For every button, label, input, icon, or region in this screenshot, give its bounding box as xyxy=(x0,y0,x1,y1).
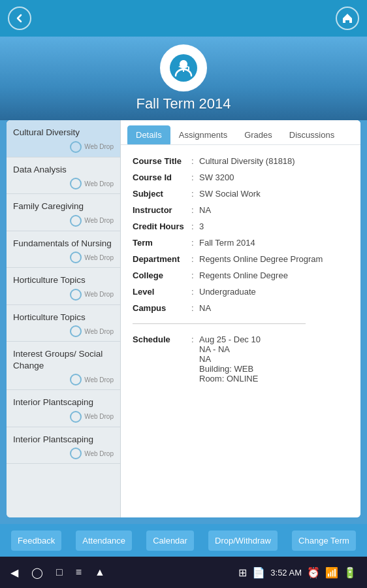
detail-label-9: Campus xyxy=(130,300,189,316)
detail-row-1: Course Id : SW 3200 xyxy=(130,169,351,186)
nav-controls: ◀ ◯ □ ≡ ▲ xyxy=(10,566,105,579)
detail-label-7: College xyxy=(130,267,189,284)
web-drop-label-0: Web Drop xyxy=(84,143,114,150)
sidebar-item-name-2: Family Caregiving xyxy=(13,201,114,212)
detail-row-0: Course Title : Cultural Diversity (81818… xyxy=(130,153,351,169)
detail-value-5: Fall Term 2014 xyxy=(197,235,351,251)
circle-icon-7 xyxy=(70,411,82,423)
detail-content: Course Title : Cultural Diversity (81818… xyxy=(121,145,360,517)
detail-row-3: Instructor : NA xyxy=(130,202,351,218)
menu-nav-icon[interactable]: ≡ xyxy=(76,566,82,578)
sidebar-item-5[interactable]: Horticulture Topics Web Drop xyxy=(7,305,120,342)
circle-icon-6 xyxy=(70,374,82,385)
detail-sep-0: : xyxy=(189,153,197,169)
web-drop-label-2: Web Drop xyxy=(84,217,114,224)
expand-nav-icon[interactable]: ▲ xyxy=(95,566,105,578)
sidebar-item-name-7: Interior Plantscaping xyxy=(13,397,114,408)
tab-details[interactable]: Details xyxy=(127,125,170,144)
sidebar-item-sub-6: Web Drop xyxy=(13,374,114,385)
detail-value-1: SW 3200 xyxy=(197,169,351,186)
bottom-btn-calendar[interactable]: Calendar xyxy=(146,531,194,551)
circle-icon-1 xyxy=(70,178,82,189)
bottom-btn-attendance[interactable]: Attendance xyxy=(76,531,132,551)
bottom-btn-feedback[interactable]: Feedback xyxy=(11,531,61,551)
sidebar-item-sub-2: Web Drop xyxy=(13,215,114,227)
detail-sep-4: : xyxy=(189,218,197,235)
web-drop-label-7: Web Drop xyxy=(84,413,114,420)
detail-label-2: Subject xyxy=(130,186,189,202)
detail-label-3: Instructor xyxy=(130,202,189,218)
back-nav-icon[interactable]: ◀ xyxy=(10,566,18,579)
sidebar-item-name-0: Cultural Diversity xyxy=(13,127,114,139)
bottom-btn-drop-withdraw[interactable]: Drop/Withdraw xyxy=(208,531,278,551)
bottom-action-bar: FeedbackAttendanceCalendarDrop/WithdrawC… xyxy=(0,524,367,557)
bottom-btn-change-term[interactable]: Change Term xyxy=(292,531,356,551)
sidebar-item-6[interactable]: Interest Groups/ Social Change Web Drop xyxy=(7,342,120,390)
sidebar-item-1[interactable]: Data Analysis Web Drop xyxy=(7,157,120,195)
tab-discussions[interactable]: Discussions xyxy=(281,125,343,144)
detail-label-10: Schedule xyxy=(130,331,189,387)
detail-sep-9: : xyxy=(189,300,197,316)
web-drop-label-6: Web Drop xyxy=(84,376,114,384)
detail-row-6: Department : Regents Online Degree Progr… xyxy=(130,251,351,267)
sidebar-item-3[interactable]: Fundamentals of Nursing Web Drop xyxy=(7,231,120,269)
sidebar-item-sub-5: Web Drop xyxy=(13,325,114,337)
detail-label-8: Level xyxy=(130,284,189,300)
web-drop-label-1: Web Drop xyxy=(84,180,114,188)
detail-row-4: Credit Hours : 3 xyxy=(130,218,351,235)
web-drop-label-3: Web Drop xyxy=(84,254,114,261)
sidebar-item-sub-3: Web Drop xyxy=(13,252,114,263)
detail-sep-5: : xyxy=(189,235,197,251)
sidebar-item-sub-1: Web Drop xyxy=(13,178,114,189)
detail-label-4: Credit Hours xyxy=(130,218,189,235)
detail-value-7: Regents Online Degree xyxy=(197,267,351,284)
circle-icon-3 xyxy=(70,252,82,263)
web-drop-label-8: Web Drop xyxy=(84,450,114,457)
sidebar-item-8[interactable]: Interior Plantscaping Web Drop xyxy=(7,427,120,465)
course-sidebar: Cultural Diversity Web Drop Data Analysi… xyxy=(7,120,121,517)
sidebar-item-2[interactable]: Family Caregiving Web Drop xyxy=(7,194,120,231)
detail-sep-6: : xyxy=(189,251,197,267)
back-button[interactable] xyxy=(8,7,31,30)
wifi-icon: 📶 xyxy=(325,566,338,579)
detail-panel: DetailsAssignmentsGradesDiscussions Cour… xyxy=(121,120,360,517)
detail-value-8: Undergraduate xyxy=(197,284,351,300)
avatar xyxy=(160,44,207,91)
sidebar-item-4[interactable]: Horticulture Topics Web Drop xyxy=(7,268,120,305)
hero-section: Fall Term 2014 xyxy=(0,37,367,120)
sidebar-item-name-3: Fundamentals of Nursing xyxy=(13,238,114,250)
sidebar-item-7[interactable]: Interior Plantscaping Web Drop xyxy=(7,390,120,427)
sidebar-item-0[interactable]: Cultural Diversity Web Drop xyxy=(7,120,120,157)
detail-row-9: Campus : NA xyxy=(130,300,351,316)
recent-nav-icon[interactable]: □ xyxy=(56,566,63,578)
home-nav-icon[interactable]: ◯ xyxy=(31,566,43,579)
alarm-icon: ⏰ xyxy=(307,566,320,579)
page-title: Fall Term 2014 xyxy=(136,95,231,112)
detail-sep-1: : xyxy=(189,169,197,186)
main-content: Cultural Diversity Web Drop Data Analysi… xyxy=(7,120,360,517)
top-bar xyxy=(0,0,367,37)
detail-row-5: Term : Fall Term 2014 xyxy=(130,235,351,251)
detail-label-1: Course Id xyxy=(130,169,189,186)
detail-value-3: NA xyxy=(197,202,351,218)
tab-assignments[interactable]: Assignments xyxy=(170,125,236,144)
sidebar-item-name-6: Interest Groups/ Social Change xyxy=(13,348,114,371)
detail-table: Course Title : Cultural Diversity (81818… xyxy=(130,153,351,387)
file-icon: 📄 xyxy=(252,566,265,579)
sidebar-item-name-5: Horticulture Topics xyxy=(13,312,114,323)
home-button[interactable] xyxy=(336,7,359,30)
detail-label-0: Course Title xyxy=(130,153,189,169)
status-icons: ⊞ 📄 3:52 AM ⏰ 📶 🔋 xyxy=(238,566,357,579)
web-drop-label-4: Web Drop xyxy=(84,291,114,298)
detail-sep-10: : xyxy=(189,331,197,387)
detail-row-2: Subject : SW Social Work xyxy=(130,186,351,202)
detail-sep-2: : xyxy=(189,186,197,202)
circle-icon-2 xyxy=(70,215,82,227)
circle-icon-8 xyxy=(70,448,82,459)
detail-value-9: NA xyxy=(197,300,351,316)
detail-sep-7: : xyxy=(189,267,197,284)
tab-grades[interactable]: Grades xyxy=(236,125,281,144)
detail-sep-8: : xyxy=(189,284,197,300)
sidebar-item-sub-0: Web Drop xyxy=(13,141,114,153)
detail-value-0: Cultural Diversity (81818) xyxy=(197,153,351,169)
